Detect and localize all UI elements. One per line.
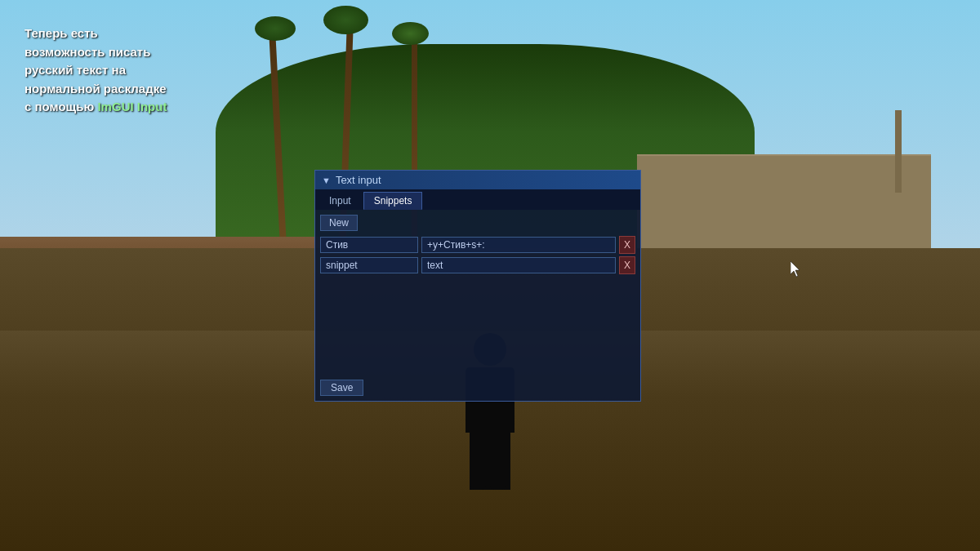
- overlay-line2: возможность писать: [24, 45, 150, 59]
- building-chimney: [895, 110, 902, 193]
- save-button[interactable]: Save: [320, 380, 363, 396]
- new-button[interactable]: New: [320, 215, 358, 231]
- palm-leaves-2: [323, 6, 368, 34]
- snippet-delete-1[interactable]: X: [619, 236, 635, 254]
- overlay-text: Теперь есть возможность писать русский т…: [24, 24, 167, 117]
- palm-leaves-3: [392, 22, 429, 45]
- snippet-row-1: X: [320, 236, 635, 254]
- content-spacer: [320, 277, 635, 375]
- tab-input[interactable]: Input: [318, 192, 362, 210]
- window-title: Text input: [336, 174, 381, 186]
- overlay-line3: русский текст на: [24, 63, 126, 77]
- snippet-row-2: X: [320, 256, 635, 274]
- char-legs: [470, 433, 510, 490]
- imgui-window: ▼ Text input Input Snippets New X X: [314, 170, 641, 402]
- overlay-line4: нормальной раскладке: [24, 82, 167, 96]
- overlay-line1: Теперь есть: [24, 26, 98, 40]
- char-leg-right: [490, 433, 506, 490]
- tab-bar: Input Snippets: [315, 189, 640, 210]
- snippet-value-2[interactable]: [421, 257, 616, 273]
- tab-snippets[interactable]: Snippets: [363, 192, 423, 210]
- snippet-name-1[interactable]: [320, 237, 418, 253]
- overlay-highlight: ImGUI Input: [97, 100, 167, 113]
- imgui-titlebar: ▼ Text input: [315, 171, 640, 189]
- char-leg-left: [470, 433, 486, 490]
- snippet-delete-2[interactable]: X: [619, 256, 635, 274]
- imgui-body: New X X Save: [315, 210, 640, 401]
- collapse-arrow-icon[interactable]: ▼: [322, 176, 331, 185]
- snippet-value-1[interactable]: [421, 237, 616, 253]
- overlay-line5: с помощью: [24, 100, 97, 113]
- snippet-name-2[interactable]: [320, 257, 418, 273]
